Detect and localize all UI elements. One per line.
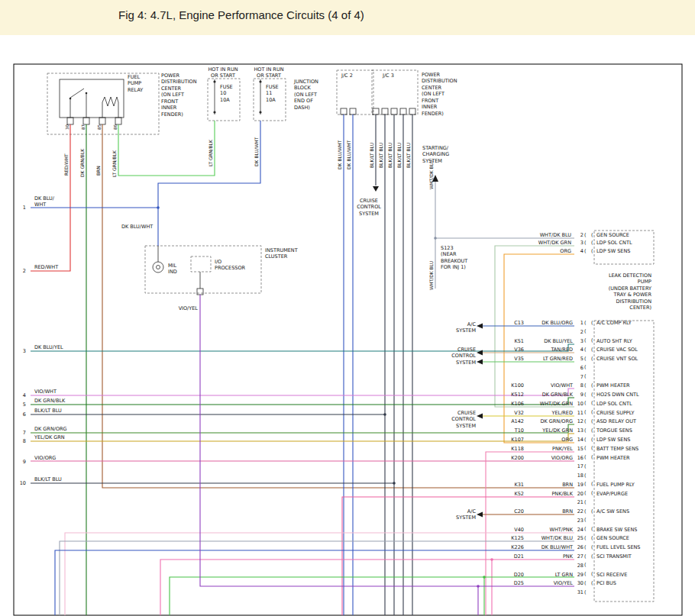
circuit-number: 9: [15, 459, 26, 465]
cluster-pin: [197, 289, 203, 295]
wire-label: PNK: [525, 553, 573, 560]
wiring-diagram-page: Fig 4: 4.7L, Engine Performance Circuits…: [0, 0, 695, 616]
pin-function: CRUISE SUPPLY: [596, 410, 634, 416]
pin-function: CRUISE VAC SOL: [596, 347, 638, 353]
wire-label: DK BLU/YEL: [525, 338, 573, 344]
connector-bracket: (: [584, 337, 587, 343]
wire-label: DK BLU/ORG: [525, 320, 573, 326]
ac-system-label-1: A/C SYSTEM: [448, 321, 476, 334]
connector-bracket: (: [584, 409, 587, 415]
splice-s123: [434, 237, 437, 240]
circuit-code: K100: [484, 382, 524, 389]
wire-label: TAN/RED: [525, 347, 573, 353]
pin-number: 7: [571, 374, 583, 380]
arrow-left-ac-system: [477, 324, 483, 329]
pin-number: 22: [571, 508, 583, 514]
pin-number: 8: [571, 382, 583, 389]
mil-indicator-symbol: [153, 262, 163, 273]
hot-in-run-label-1: HOT IN RUN OR START: [198, 66, 248, 79]
cruise-control-label-2: CRUISE CONTROL SYSTEM: [441, 410, 476, 429]
circuit-code: D21: [484, 553, 524, 560]
pin-number: 17: [571, 463, 583, 469]
jc3-pin: [382, 108, 388, 114]
wire-label: WHT/PNK: [525, 527, 573, 533]
cruise-control-top-label: CRUISE CONTROL SYSTEM: [350, 198, 388, 217]
circuit-number: 2: [15, 268, 26, 274]
pin-function: A/C SW SENS: [596, 508, 629, 514]
function-bracket: (: [591, 454, 593, 460]
wire-lt-grn-blk: [118, 121, 215, 176]
wire-label: WHT/DK GRN: [501, 240, 571, 246]
diagram-canvas: FUEL PUMP RELAY POWER DISTRIBUTION CENTE…: [0, 0, 695, 616]
function-bracket: (: [591, 409, 593, 415]
pin-function: FUEL LEVEL SENS: [596, 544, 640, 550]
pin-function: PCI BUS: [596, 580, 616, 586]
wire-wht-dk-blu-gen: [60, 541, 574, 615]
function-bracket: (: [591, 356, 593, 362]
pin-function: LDP SOL CNTL: [596, 240, 632, 246]
pin-function: CRUISE VNT SOL: [596, 356, 638, 362]
wire-label: VIO/ORG: [525, 455, 573, 461]
connector-bracket: (: [584, 517, 587, 523]
wire-label: ORG: [501, 248, 571, 254]
pin-function: TORGUE SENS: [596, 427, 632, 434]
wire-label: BRN: [525, 482, 573, 488]
wire-label: VIO/YEL: [525, 580, 573, 586]
function-bracket: (: [591, 535, 593, 541]
connector-bracket: (: [584, 562, 587, 568]
circuit-number: 5: [15, 402, 26, 408]
connector-bracket: (: [584, 472, 587, 479]
function-bracket: (: [591, 240, 593, 246]
connector-bracket: (: [584, 232, 587, 238]
pin-number: 4: [571, 347, 583, 353]
wire-label: PNK/YEL: [525, 446, 573, 452]
pin-number: 18: [571, 472, 583, 479]
wire-label: DK GRN/ORG: [525, 418, 573, 424]
wire-label: WHT/DK BLU: [525, 535, 573, 541]
pin-number: 27: [571, 553, 583, 560]
connector-bracket: (: [584, 400, 587, 406]
relay-pin-30: [67, 118, 73, 124]
arrow-left-cruise-vnt: [477, 360, 483, 365]
relay-label: FUEL PUMP RELAY: [128, 74, 143, 93]
function-bracket: (: [591, 347, 593, 353]
circuit-code: K52: [484, 491, 524, 497]
circuit-code: K226: [484, 544, 524, 550]
function-bracket: (: [591, 248, 593, 254]
vio-yel-label: VIO/YEL: [178, 305, 198, 311]
circuit-code: V35: [484, 356, 524, 362]
pin-number: 2: [571, 329, 583, 335]
function-bracket: (: [591, 526, 593, 532]
wire-label: BRN: [525, 508, 573, 514]
pin-function: A/C COMP RLY: [596, 320, 632, 326]
pin-number: 24: [571, 527, 583, 533]
pin-function: LDP SOL CNTL: [596, 401, 632, 407]
connector-bracket: (: [584, 553, 587, 560]
arrow-left-ac-sw: [477, 512, 483, 518]
wire-label: VIO/WHT: [525, 382, 573, 389]
pin-number: 31: [571, 589, 583, 595]
wire-label: DK BLU/YEL: [34, 344, 63, 350]
pin-number: 30: [571, 580, 583, 586]
function-bracket: (: [591, 382, 593, 389]
connector-bracket: (: [584, 526, 587, 532]
hot-in-run-label-2: HOT IN RUN OR START: [244, 66, 294, 79]
wire-label-vertical: BLK/LT BLU: [387, 143, 393, 168]
circuit-code: K107: [484, 437, 524, 443]
circuit-code: T10: [484, 427, 524, 434]
wiring-svg: [0, 0, 695, 616]
pdc-left-label: POWER DISTRIBUTION CENTER (ON LEFT FRONT…: [161, 73, 197, 118]
relay-inner-box: [60, 79, 124, 118]
circuit-code: C13: [484, 320, 524, 326]
connector-bracket: (: [584, 356, 587, 362]
connector-bracket: (: [584, 418, 587, 424]
wire-label: WHT/DK BLU: [501, 232, 571, 238]
pin-number: 28: [571, 563, 583, 569]
connector-bracket: (: [584, 454, 587, 460]
pin-function: GEN SOURCE: [596, 232, 629, 238]
connector-bracket: (: [584, 248, 587, 254]
pin-number: 4: [571, 248, 583, 254]
pin-number: 19: [571, 482, 583, 488]
wire-label-vertical: WHT/DK BLU: [428, 261, 435, 290]
connector-bracket: (: [584, 499, 587, 505]
